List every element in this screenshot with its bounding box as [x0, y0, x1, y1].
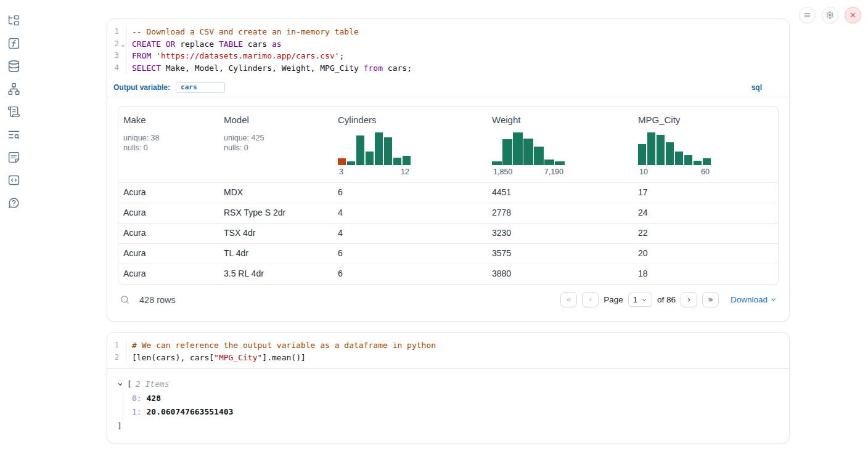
- sidebar-item-data-sources[interactable]: [7, 60, 20, 73]
- next-page-button[interactable]: ›: [681, 292, 697, 307]
- code-token: [len(cars), cars[: [132, 353, 214, 362]
- page-total-label: of 86: [657, 295, 676, 304]
- histogram-axis-labels: 1060: [638, 168, 711, 176]
- code-token: cars;: [383, 63, 412, 73]
- sidebar-item-file-explorer[interactable]: [7, 14, 20, 27]
- tree-entries: 0: 4281: 20.060747663551403: [123, 392, 779, 419]
- code-text: # We can reference the output variable a…: [127, 339, 436, 352]
- tree-items-count: 2 Items: [136, 378, 170, 392]
- column-histogram: 1060: [638, 132, 773, 176]
- code-token: CREATE: [132, 39, 161, 49]
- table-cell: 3880: [487, 264, 633, 284]
- histogram-bar: [523, 139, 533, 165]
- histogram-bar: [502, 139, 512, 165]
- table-cell: 22: [633, 224, 778, 243]
- column-header[interactable]: Modelunique: 425nulls: 0: [219, 107, 333, 182]
- line-number: 2: [107, 38, 127, 51]
- table-cell: 2778: [487, 203, 633, 223]
- table-body: AcuraMDX6445117AcuraRSX Type S 2dr427782…: [118, 182, 778, 284]
- sql-output-area: Makeunique: 38nulls: 0Modelunique: 425nu…: [107, 97, 789, 321]
- histogram-bar: [694, 161, 702, 165]
- prev-page-button[interactable]: ‹: [582, 292, 599, 307]
- column-header[interactable]: Weight1,8507,190: [487, 107, 633, 182]
- code-text: -- Download a CSV and create an in-memor…: [127, 26, 359, 38]
- row-count: 428 rows: [139, 295, 176, 305]
- search-button[interactable]: [120, 294, 130, 305]
- sql-code-line: 2CREATE OR replace TABLE cars as: [107, 38, 789, 51]
- pagination: « ‹ Page 1 of 86 › » Download: [560, 292, 777, 307]
- shutdown-button[interactable]: [845, 7, 861, 23]
- text-search-icon: [7, 128, 20, 141]
- histogram-bars: [638, 132, 711, 165]
- histogram-bar: [338, 158, 346, 165]
- histogram-bar: [675, 152, 683, 165]
- sidebar-item-dependency-graph[interactable]: [7, 83, 20, 95]
- tree-entry-value: 428: [146, 394, 160, 403]
- sidebar-item-documentation[interactable]: [7, 151, 20, 164]
- sidebar-item-variables[interactable]: [7, 37, 20, 50]
- histogram-bar: [393, 158, 401, 165]
- table-row: AcuraTL 4dr6357520: [118, 243, 778, 264]
- column-stat: nulls: 0: [123, 143, 214, 153]
- download-label: Download: [731, 295, 768, 304]
- sql-code-line: 1-- Download a CSV and create an in-memo…: [107, 26, 789, 38]
- code-token: [161, 39, 166, 49]
- table-row: AcuraMDX6445117: [118, 182, 778, 203]
- column-title: Cylinders: [338, 115, 482, 125]
- tree-entry: 0: 428: [132, 392, 779, 406]
- code-token: ;: [340, 51, 345, 60]
- code-text: CREATE OR replace TABLE cars as: [127, 38, 282, 51]
- language-tag: sql: [751, 83, 762, 92]
- table-cell: 17: [633, 183, 778, 203]
- settings-button[interactable]: [822, 7, 838, 23]
- table-cell: Acura: [118, 224, 219, 243]
- code-token: replace: [175, 39, 218, 49]
- page-select[interactable]: 1: [628, 293, 652, 307]
- last-page-button[interactable]: »: [702, 292, 719, 307]
- sidebar-item-snippets[interactable]: [7, 174, 20, 187]
- menu-button[interactable]: [799, 7, 816, 23]
- code-text: [len(cars), cars["MPG_City"].mean()]: [127, 352, 306, 364]
- tree-root-row: [ 2 Items: [117, 378, 779, 392]
- download-button[interactable]: Download: [731, 295, 777, 304]
- hamburger-icon: [803, 10, 811, 20]
- left-sidebar: [0, 0, 27, 449]
- column-title: Weight: [492, 115, 628, 125]
- help-bubble-icon: [7, 196, 20, 209]
- code-token: [151, 51, 156, 60]
- line-number: 1: [107, 339, 127, 352]
- sidebar-item-logs[interactable]: [7, 128, 20, 141]
- histogram-axis-labels: 312: [338, 168, 411, 176]
- code-text: SELECT Make, Model, Cylinders, Weight, M…: [127, 62, 412, 75]
- notebook: 1-- Download a CSV and create an in-memo…: [107, 18, 790, 443]
- table-cell: 24: [633, 203, 778, 223]
- collapse-chevron-icon[interactable]: [117, 381, 123, 387]
- sql-code-editor[interactable]: 1-- Download a CSV and create an in-memo…: [107, 19, 789, 79]
- column-histogram: 312: [338, 132, 482, 176]
- sidebar-item-scratchpad[interactable]: [7, 105, 20, 118]
- line-number: 2: [107, 352, 127, 364]
- python-code-editor[interactable]: 1# We can reference the output variable …: [107, 333, 789, 369]
- document-icon: [7, 151, 20, 164]
- histogram-bar: [384, 137, 392, 165]
- table-row: AcuraRSX Type S 2dr4277824: [118, 203, 778, 223]
- column-header[interactable]: Makeunique: 38nulls: 0: [118, 107, 219, 182]
- page-select-value: 1: [633, 295, 637, 304]
- tree-entry-value: 20.060747663551403: [146, 407, 233, 416]
- output-variable-input[interactable]: cars: [176, 82, 225, 93]
- first-page-button[interactable]: «: [560, 292, 577, 307]
- code-token: ].mean()]: [262, 353, 305, 362]
- sidebar-item-help[interactable]: [7, 196, 20, 209]
- histogram-max-label: 12: [401, 168, 409, 176]
- column-header[interactable]: Cylinders312: [333, 107, 487, 182]
- close-icon: [849, 10, 857, 20]
- sql-code-line: 4SELECT Make, Model, Cylinders, Weight, …: [107, 62, 789, 75]
- chevron-right-icon: ›: [687, 294, 691, 304]
- python-code-line: 2[len(cars), cars["MPG_City"].mean()]: [107, 352, 789, 364]
- histogram-bar: [666, 142, 674, 165]
- histogram-max-label: 60: [701, 168, 710, 176]
- histogram-bar: [657, 135, 665, 165]
- histogram-bar: [534, 147, 544, 165]
- column-header[interactable]: MPG_City1060: [633, 107, 778, 182]
- tree-entry: 1: 20.060747663551403: [132, 405, 779, 419]
